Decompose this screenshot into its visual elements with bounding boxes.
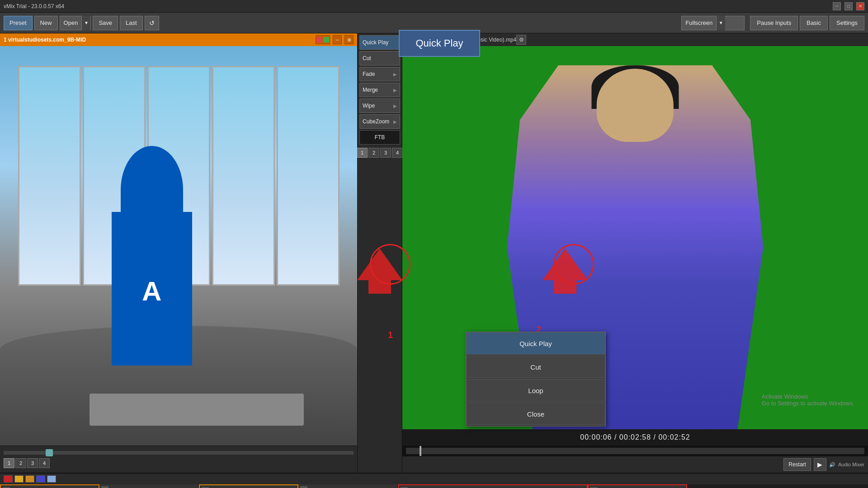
transition-number-buttons: 1 2 3 4 [4,458,354,468]
input-card-3: 3 Cara Menganalisis Film.pptx - Slide 1 … [199,484,298,488]
close-button[interactable]: ✕ [856,2,864,10]
program-settings-button[interactable]: ⚙ [516,35,526,45]
input-header-5: 5 virtualstudiosets.com_9B-MID [399,485,587,488]
fullscreen-dropdown[interactable]: Fullscreen ▼ [681,16,745,30]
right-toolbar: Pause Inputs Basic Settings [750,16,864,30]
popup-menu: Quick Play Cut Loop Close [466,332,606,427]
popup-close[interactable]: Close [466,403,605,425]
popup-loop[interactable]: Loop [466,379,605,402]
save-button[interactable]: Save [93,16,118,30]
preview-title: 1 virtualstudiosets.com_9B-MID [4,37,313,43]
color-yellow[interactable] [25,475,34,483]
input-card-5: 5 virtualstudiosets.com_9B-MID A [398,484,588,488]
titlebar: vMix Trial - 23.0.0.57 x64 ─ □ ✕ [0,0,868,13]
window-1 [18,66,81,286]
timeline[interactable] [402,446,868,456]
input-header-1: 1 Chris Derek - Civet (Official Music Vi… [1,485,99,488]
basic-button[interactable]: Basic [800,16,828,30]
last-button[interactable]: Last [120,16,143,30]
open-dropdown[interactable]: Open ▼ [60,16,91,30]
transition-bar: 1 2 3 4 [0,446,357,473]
input-header-6: 6 New anchor green screen anchor gr [589,485,686,488]
color-lightblue[interactable] [47,475,56,483]
timeline-thumb[interactable] [420,446,421,456]
preset-button[interactable]: Preset [4,16,33,30]
presenter-head-video [597,69,674,141]
inputs-row: 1 Chris Derek - Civet (Official Music Vi… [0,484,868,488]
settings-button[interactable]: Settings [830,16,864,30]
input-num-4: 4 [300,486,307,488]
timeline-track[interactable] [406,448,864,454]
preview-header: 1 virtualstudiosets.com_9B-MID ─ ⚙ [0,33,357,46]
open-label: Open [60,19,82,26]
timecode-display: 00:00:06 / 00:02:58 / 00:02:52 [580,433,690,441]
audio-mixer-label: 🔊 [829,462,835,468]
slider-thumb[interactable] [46,449,53,456]
wipe-button[interactable]: Wipe ▶ [359,99,400,113]
quick-play-big-button[interactable]: Quick Play [399,30,480,57]
trans-btn-2[interactable]: 2 [15,458,26,468]
preview-area: A [0,46,357,446]
quick-play-button[interactable]: Quick Play [359,35,400,50]
trans-num-row: 1 2 3 4 [357,148,403,158]
play-button[interactable]: ▶ [814,458,826,471]
fullscreen-label: Fullscreen [682,19,716,26]
input-card-1: 1 Chris Derek - Civet (Official Music Vi… [0,484,99,488]
left-panel: 1 virtualstudiosets.com_9B-MID ─ ⚙ [0,33,357,473]
window-4 [212,66,275,286]
color-blue[interactable] [36,475,45,483]
trans-btn-1[interactable]: 1 [4,458,14,468]
merge-button[interactable]: Merge ▶ [359,83,400,97]
restart-button[interactable]: Restart [783,458,811,471]
fade-arrow: ▶ [393,72,397,77]
input-header-4: 4 Title 0- The Classic Green.gtzip [298,484,397,488]
presenter-letter: A [142,276,161,307]
preview-settings-btn[interactable]: ⚙ [344,35,354,44]
activate-subtitle: Go to Settings to activate Windows. [762,400,854,407]
trans-num-3[interactable]: 3 [380,148,391,158]
window-5 [277,66,340,286]
color-row [0,474,868,484]
trans-btn-3[interactable]: 3 [27,458,38,468]
ftb-button[interactable]: FTB [359,130,400,145]
titlebar-title: vMix Trial - 23.0.0.57 x64 [4,3,64,9]
trans-num-4[interactable]: 4 [392,148,403,158]
minimize-button[interactable]: ─ [833,2,841,10]
cubezoom-button[interactable]: CubeZoom ▶ [359,114,400,129]
input-header-3: 3 Cara Menganalisis Film.pptx - Slide 1 [200,485,297,488]
playback-controls: Restart ▶ 🔊 Audio Mixer [402,456,868,473]
input-card-4: 4 Title 0- The Classic Green.gtzip B8PT … [298,484,398,488]
trans-num-2[interactable]: 2 [368,148,379,158]
presenter-silhouette: A [107,146,197,366]
input-header-2: 2 I Love You Anyway.mp3 [99,484,198,488]
trans-btn-4[interactable]: 4 [39,458,50,468]
studio-desk [90,394,304,426]
popup-quick-play[interactable]: Quick Play [466,332,605,355]
fade-button[interactable]: Fade ▶ [359,67,400,81]
refresh-button[interactable]: ↺ [145,16,159,30]
main-area: 1 virtualstudiosets.com_9B-MID ─ ⚙ [0,33,868,473]
color-red[interactable] [4,475,13,483]
cut-button[interactable]: Cut [359,51,400,66]
preview-color-btn[interactable] [316,35,330,44]
popup-cut[interactable]: Cut [466,356,605,378]
input-card-2: 2 I Love You Anyway.mp3 ♪ Close Quick Pl… [99,484,199,488]
input-num-2: 2 [101,486,108,488]
transitions-panel: Quick Play Cut Fade ▶ Merge ▶ Wipe ▶ Cub… [357,33,402,473]
fullscreen-arrow[interactable]: ▼ [716,16,725,30]
inputs-section: 1 Chris Derek - Civet (Official Music Vi… [0,473,868,488]
presenter-body: A [112,212,192,366]
merge-arrow: ▶ [393,88,397,93]
color-orange[interactable] [14,475,24,483]
audio-label-text: Audio Mixer [838,462,864,467]
pause-inputs-button[interactable]: Pause Inputs [750,16,798,30]
quick-play-big-label: Quick Play [415,38,463,49]
open-dropdown-arrow[interactable]: ▼ [81,16,90,30]
input-card-6: 6 New anchor green screen anchor gr Clos… [588,484,687,488]
timecode-bar: 00:00:06 / 00:02:58 / 00:02:52 [402,429,868,446]
maximize-button[interactable]: □ [844,2,853,10]
new-button[interactable]: New [34,16,58,30]
preview-minimize-btn[interactable]: ─ [333,35,342,44]
trans-num-1[interactable]: 1 [357,148,368,158]
transition-slider[interactable] [4,451,354,455]
